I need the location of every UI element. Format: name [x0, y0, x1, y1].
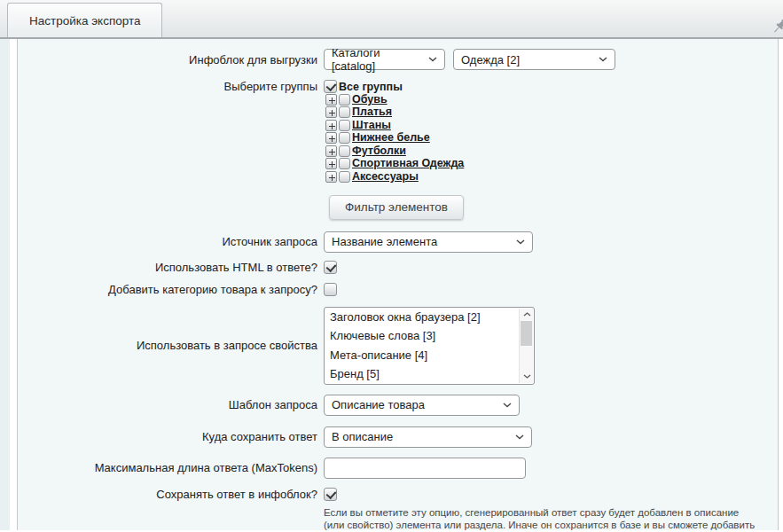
group-tree-item: Обувь [325, 93, 464, 106]
chevron-down-icon [515, 434, 524, 440]
left-margin [0, 39, 10, 530]
plus-expander-icon[interactable] [325, 132, 337, 144]
listbox-scrollbar[interactable] [519, 309, 533, 383]
row-filter-button: Фильтр элементов [18, 195, 778, 220]
infoblock-select[interactable]: Одежда [2] [453, 49, 615, 70]
source-select[interactable]: Название элемента [324, 231, 533, 253]
property-option[interactable]: Бренд [5] [325, 364, 534, 384]
group-link[interactable]: Аксессуары [352, 171, 419, 183]
group-checkbox[interactable] [339, 106, 350, 118]
all-groups-checkbox[interactable] [324, 80, 337, 93]
infoblock-type-value: Каталоги [catalog] [332, 46, 421, 73]
help-text: Если вы отметите эту опцию, сгенерирован… [324, 506, 757, 532]
max-tokens-label: Максимальная длина ответа (MaxTokens) [18, 461, 324, 474]
row-use-html: Использовать HTML в ответе? [18, 261, 778, 274]
tab-export-settings[interactable]: Настройка экспорта [7, 3, 162, 39]
infoblock-value: Одежда [2] [461, 53, 520, 66]
all-groups-item: Все группы [324, 80, 464, 93]
scrollbar-thumb[interactable] [521, 321, 532, 346]
infoblock-type-select[interactable]: Каталоги [catalog] [324, 49, 445, 70]
properties-listbox[interactable]: Заголовок окна браузера [2] Ключевые сло… [324, 307, 535, 385]
group-tree-item: Нижнее белье [325, 132, 464, 145]
chevron-down-icon [503, 403, 512, 408]
row-properties: Использовать в запросе свойства Заголово… [18, 307, 778, 385]
save-to-select[interactable]: В описание [324, 426, 532, 448]
group-checkbox[interactable] [339, 171, 350, 183]
save-to-value: В описание [332, 430, 393, 443]
property-option[interactable]: Ключевые слова [3] [325, 326, 534, 346]
source-value: Название элемента [332, 235, 437, 248]
group-tree-item: Штаны [325, 119, 464, 132]
right-margin [779, 39, 783, 530]
row-add-category: Добавить категорию товара к запросу? [18, 283, 778, 296]
group-tree-item: Аксессуары [325, 170, 464, 184]
row-save-to: Куда сохранить ответ В описание [18, 426, 778, 448]
row-save-to-iblock: Сохранять ответ в инфоблок? [18, 488, 778, 501]
add-category-label: Добавить категорию товара к запросу? [18, 283, 324, 296]
groups-label: Выберите группы [18, 80, 324, 93]
group-checkbox[interactable] [339, 145, 350, 157]
group-checkbox[interactable] [339, 94, 350, 106]
export-settings-form: Инфоблок для выгрузки Каталоги [catalog]… [17, 39, 779, 530]
save-to-iblock-label: Сохранять ответ в инфоблок? [18, 488, 324, 501]
plus-expander-icon[interactable] [325, 171, 337, 183]
infoblock-label: Инфоблок для выгрузки [18, 53, 324, 66]
max-tokens-input[interactable] [324, 458, 526, 479]
add-category-checkbox[interactable] [324, 283, 337, 296]
tab-bar: Настройка экспорта [0, 0, 783, 39]
save-to-iblock-checkbox[interactable] [324, 488, 337, 501]
save-to-label: Куда сохранить ответ [18, 430, 324, 443]
group-tree-item: Футболки [325, 145, 464, 158]
group-link[interactable]: Штаны [352, 120, 391, 131]
property-option[interactable]: Заголовок окна браузера [2] [325, 308, 534, 327]
chevron-down-icon [428, 57, 437, 62]
pin-icon[interactable] [770, 17, 783, 36]
group-tree-item: Спортивная Одежда [325, 158, 464, 171]
group-link[interactable]: Спортивная Одежда [352, 158, 464, 169]
group-link[interactable]: Футболки [352, 145, 406, 157]
all-groups-label: Все группы [339, 81, 403, 93]
property-option[interactable]: Мета-описание [4] [325, 346, 534, 365]
group-link[interactable]: Платья [352, 106, 392, 118]
chevron-down-icon [599, 57, 607, 62]
plus-expander-icon[interactable] [325, 94, 337, 106]
plus-expander-icon[interactable] [325, 106, 337, 118]
source-label: Источник запроса [18, 235, 324, 248]
left-gutter [10, 39, 17, 530]
row-groups: Выберите группы Все группы Обувь [18, 80, 778, 184]
use-html-checkbox[interactable] [324, 261, 337, 274]
chevron-down-icon [516, 239, 525, 245]
plus-expander-icon[interactable] [325, 158, 337, 169]
row-infoblock: Инфоблок для выгрузки Каталоги [catalog]… [18, 49, 778, 70]
group-link[interactable]: Нижнее белье [352, 132, 430, 144]
template-select[interactable]: Описание товара [324, 395, 520, 416]
row-help: Если вы отметите эту опцию, сгенерирован… [18, 506, 778, 532]
use-html-label: Использовать HTML в ответе? [18, 261, 324, 274]
group-link[interactable]: Обувь [352, 94, 388, 106]
page-content: Инфоблок для выгрузки Каталоги [catalog]… [0, 39, 783, 530]
properties-options: Заголовок окна браузера [2] Ключевые сло… [325, 308, 534, 384]
template-label: Шаблон запроса [18, 398, 324, 411]
row-max-tokens: Максимальная длина ответа (MaxTokens) [18, 458, 778, 479]
group-checkbox[interactable] [339, 158, 350, 169]
group-checkbox[interactable] [339, 120, 350, 131]
filter-elements-button[interactable]: Фильтр элементов [329, 195, 464, 220]
chevron-up-icon[interactable] [520, 309, 534, 321]
row-source: Источник запроса Название элемента [18, 231, 778, 253]
group-tree-items: Обувь Платья Ш [324, 93, 464, 184]
plus-expander-icon[interactable] [325, 120, 337, 131]
groups-tree: Все группы Обувь [324, 80, 464, 184]
chevron-down-icon[interactable] [520, 371, 534, 383]
plus-expander-icon[interactable] [325, 145, 337, 157]
template-value: Описание товара [332, 398, 425, 411]
properties-label: Использовать в запросе свойства [18, 339, 324, 352]
group-checkbox[interactable] [339, 132, 350, 144]
row-template: Шаблон запроса Описание товара [18, 395, 778, 416]
group-tree-item: Платья [325, 106, 464, 120]
